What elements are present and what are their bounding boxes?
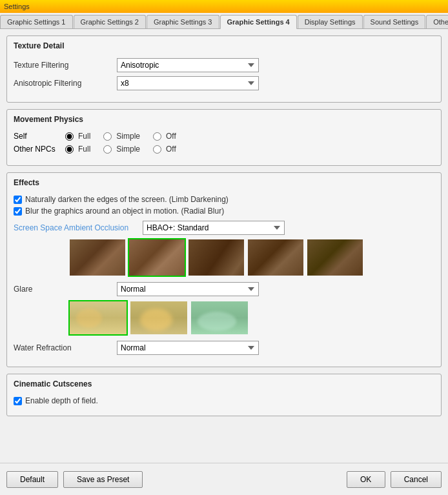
anisotropic-filtering-label: Anisotropic Filtering bbox=[14, 79, 117, 88]
water-refraction-label: Water Refraction bbox=[14, 343, 117, 352]
cinematic-title: Cinematic Cutscenes bbox=[14, 379, 434, 389]
tab-graphic1[interactable]: Graphic Settings 1 bbox=[0, 15, 73, 28]
glare-select[interactable]: None Normal Strong bbox=[117, 282, 259, 296]
movement-physics-title: Movement Physics bbox=[14, 115, 434, 124]
effects-section: Effects Naturally darken the edges of th… bbox=[6, 172, 442, 367]
glare-row: Glare None Normal Strong bbox=[14, 282, 434, 296]
self-label: Self bbox=[14, 132, 65, 141]
depth-of-field-checkbox[interactable] bbox=[14, 397, 22, 405]
depth-of-field-row: Enable depth of field. bbox=[14, 396, 434, 405]
tab-graphic2[interactable]: Graphic Settings 2 bbox=[74, 15, 147, 28]
limb-darkening-checkbox[interactable] bbox=[14, 196, 22, 204]
effects-title: Effects bbox=[14, 178, 434, 187]
npcs-row: Other NPCs Full Simple Off bbox=[14, 145, 434, 154]
depth-of-field-label: Enable depth of field. bbox=[25, 396, 98, 405]
radial-blur-label: Blur the graphics around an object in mo… bbox=[25, 207, 224, 216]
cancel-button[interactable]: Cancel bbox=[391, 471, 442, 488]
glare-thumb-1[interactable] bbox=[68, 300, 128, 336]
ssao-thumb-2[interactable] bbox=[128, 238, 186, 277]
ssao-thumb-1[interactable] bbox=[68, 238, 127, 277]
texture-detail-title: Texture Detail bbox=[14, 41, 434, 50]
self-full-radio[interactable] bbox=[65, 132, 74, 141]
self-row: Self Full Simple Off bbox=[14, 132, 434, 141]
tab-graphic4[interactable]: Graphic Settings 4 bbox=[220, 15, 297, 29]
ssao-thumb-3[interactable] bbox=[187, 238, 245, 277]
npc-off-radio[interactable] bbox=[153, 145, 161, 154]
npc-simple-label: Simple bbox=[116, 145, 140, 154]
ssao-row: Screen Space Ambient Occlusion Off SSAO … bbox=[14, 221, 434, 235]
main-content: Texture Detail Texture Filtering Anisotr… bbox=[0, 29, 448, 459]
glare-thumbnails bbox=[68, 300, 434, 336]
cinematic-section: Cinematic Cutscenes Enable depth of fiel… bbox=[6, 374, 442, 416]
radial-blur-row: Blur the graphics around an object in mo… bbox=[14, 207, 434, 216]
ssao-select[interactable]: Off SSAO HBAO+: Standard HBAO+: Quality bbox=[143, 221, 285, 235]
tab-display[interactable]: Display Settings bbox=[298, 15, 363, 28]
glare-thumb-3[interactable] bbox=[190, 300, 249, 336]
tab-other[interactable]: Other bbox=[426, 15, 448, 28]
self-off-label: Off bbox=[166, 132, 176, 141]
radial-blur-checkbox[interactable] bbox=[14, 207, 22, 216]
self-simple-label: Simple bbox=[116, 132, 140, 141]
tab-bar: Graphic Settings 1 Graphic Settings 2 Gr… bbox=[0, 13, 448, 29]
limb-darkening-row: Naturally darken the edges of the screen… bbox=[14, 195, 434, 204]
ok-button[interactable]: OK bbox=[347, 471, 385, 488]
npc-full-label: Full bbox=[78, 145, 90, 154]
ssao-thumb-4[interactable] bbox=[247, 238, 305, 277]
default-button[interactable]: Default bbox=[6, 471, 58, 488]
tab-graphic3[interactable]: Graphic Settings 3 bbox=[147, 15, 219, 28]
self-off-radio[interactable] bbox=[153, 132, 161, 141]
footer-bar: Default Save as Preset OK Cancel bbox=[0, 463, 448, 495]
ssao-label: Screen Space Ambient Occlusion bbox=[14, 223, 143, 232]
texture-filtering-row: Texture Filtering Anisotropic Bilinear T… bbox=[14, 58, 434, 72]
limb-darkening-label: Naturally darken the edges of the screen… bbox=[25, 195, 229, 204]
movement-physics-section: Movement Physics Self Full Simple Off Ot… bbox=[6, 109, 442, 166]
npc-full-radio[interactable] bbox=[65, 145, 74, 154]
anisotropic-filtering-row: Anisotropic Filtering x2 x4 x8 x16 bbox=[14, 76, 434, 90]
texture-filtering-label: Texture Filtering bbox=[14, 61, 117, 70]
texture-filtering-select[interactable]: Anisotropic Bilinear Trilinear bbox=[117, 58, 259, 72]
self-simple-radio[interactable] bbox=[103, 132, 112, 141]
texture-detail-section: Texture Detail Texture Filtering Anisotr… bbox=[6, 35, 442, 103]
tab-sound[interactable]: Sound Settings bbox=[363, 15, 426, 28]
ssao-thumb-5[interactable] bbox=[306, 238, 364, 277]
window-title: Settings bbox=[4, 3, 30, 10]
glare-label: Glare bbox=[14, 285, 117, 294]
self-full-label: Full bbox=[78, 132, 90, 141]
ssao-thumbnails bbox=[68, 238, 434, 277]
save-preset-button[interactable]: Save as Preset bbox=[63, 471, 143, 488]
anisotropic-filtering-select[interactable]: x2 x4 x8 x16 bbox=[117, 76, 259, 90]
water-refraction-select[interactable]: Off Normal Strong bbox=[117, 341, 259, 355]
npcs-label: Other NPCs bbox=[14, 145, 65, 154]
glare-thumb-2[interactable] bbox=[129, 300, 188, 336]
npc-off-label: Off bbox=[166, 145, 176, 154]
title-bar: Settings bbox=[0, 0, 448, 13]
water-refraction-row: Water Refraction Off Normal Strong bbox=[14, 341, 434, 355]
npc-simple-radio[interactable] bbox=[103, 145, 112, 154]
